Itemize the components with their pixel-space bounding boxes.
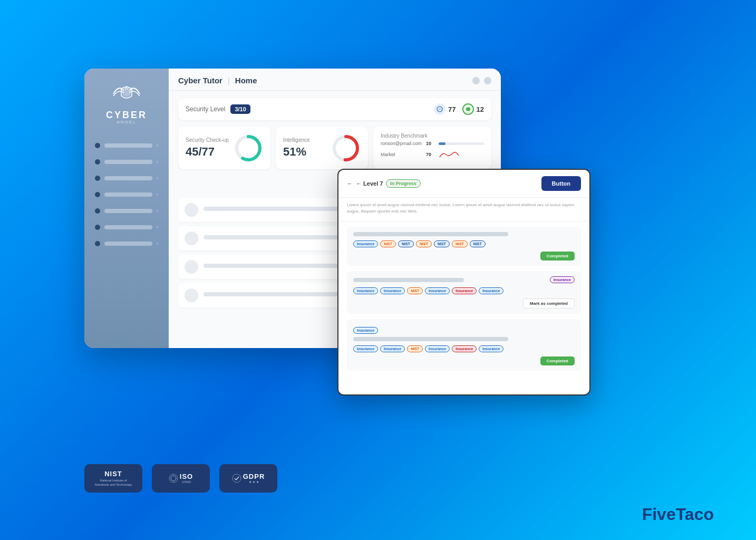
tags-row-3: Insurance Insurance NIST Insurance Insur…: [353, 345, 575, 352]
tag-insurance-red: Insurance: [452, 345, 477, 352]
tag-insurance-b: Insurance: [380, 345, 405, 352]
sidebar-item-label: [104, 176, 152, 180]
sidebar-item-settings[interactable]: ›: [91, 237, 162, 249]
header-insurance-tag: Insurance: [353, 327, 378, 334]
cert-badge-iso: ISO 27000: [152, 464, 210, 493]
sidebar-item-benchmark[interactable]: ›: [91, 221, 162, 233]
logo-text-angel: ANGEL: [117, 120, 136, 124]
sidebar-item-reports[interactable]: ›: [91, 172, 162, 184]
level-panel-header: ← ← Level 7 In Progress Button: [338, 170, 589, 198]
gdpr-title: GDPR: [243, 472, 265, 480]
nist-title: NIST: [104, 470, 122, 478]
chevron-right-icon: ›: [157, 224, 158, 230]
benchmark-label: Industry Benchmark: [381, 133, 428, 139]
sidebar-item-label: [104, 160, 152, 164]
level-items-list: Insurance NIST NIST NIST NIST NIST NIST …: [338, 221, 589, 388]
security-check-label: Security Check-up: [186, 137, 229, 143]
tag-insurance-3: Insurance: [425, 287, 450, 294]
level-item-header-2: Insurance: [353, 276, 575, 283]
nav-dot: [95, 225, 100, 230]
tag-insurance-a: Insurance: [353, 345, 378, 352]
level-item-title: [353, 337, 508, 341]
score-item-12: 12: [462, 103, 484, 115]
level-title: ← Level 7: [356, 180, 383, 187]
nav-dot: [95, 208, 100, 214]
bench-bar-wrap: [439, 142, 484, 145]
sidebar-logo: CYBER ANGEL: [106, 79, 147, 124]
tag-insurance-c: Insurance: [425, 345, 450, 352]
nav-dot: [95, 176, 100, 181]
chevron-right-icon: ›: [157, 240, 158, 246]
benchmark-row-1: ronson@pmail.com 10: [381, 141, 484, 146]
svg-point-5: [169, 474, 178, 483]
level-back-button[interactable]: ← ← Level 7 In Progress: [347, 179, 421, 188]
bench-market: Market: [381, 152, 423, 157]
tag-nist-5: NIST: [452, 240, 468, 247]
breadcrumb: Cyber Tutor | Home: [178, 76, 257, 85]
sidebar-item-intelligence[interactable]: ›: [91, 205, 162, 217]
chart-icon: [437, 106, 443, 112]
sidebar-item-dashboard[interactable]: ›: [91, 139, 162, 151]
sidebar-item-training[interactable]: ›: [91, 156, 162, 168]
score-icon-blue: [434, 103, 445, 115]
svg-point-7: [232, 474, 241, 483]
chevron-right-icon: ›: [157, 159, 158, 165]
tag-insurance-4: Insurance: [479, 287, 503, 294]
tag-insurance: Insurance: [353, 240, 378, 247]
benchmark-row-2: Market 70: [381, 149, 484, 160]
benchmark-rows: ronson@pmail.com 10 Market 70: [381, 141, 484, 163]
breadcrumb-app: Cyber Tutor: [178, 76, 222, 85]
level-item-2: Insurance Insurance Insurance NIST Insur…: [347, 271, 581, 314]
back-arrow-icon: ←: [347, 180, 353, 187]
tag-nist-2: NIST: [398, 240, 414, 247]
intelligence-value: 51%: [283, 145, 310, 159]
sparkline-icon: [439, 149, 460, 160]
tag-nist: NIST: [407, 287, 423, 294]
security-check-value: 45/77: [186, 145, 229, 159]
level-item-title: [353, 232, 508, 236]
bench-bar-fill: [439, 142, 445, 145]
iso-title: ISO: [180, 472, 193, 480]
shield-icon: [466, 107, 471, 112]
security-check-info: Security Check-up 45/77: [186, 137, 229, 159]
sidebar-item-threats[interactable]: ›: [91, 188, 162, 200]
tag-insurance-2: Insurance: [380, 287, 405, 294]
maximize-button[interactable]: [484, 77, 491, 84]
security-badge: 3/10: [230, 104, 250, 114]
intelligence-card: Intelligence 51%: [276, 127, 368, 169]
completed-button-1[interactable]: Completed: [540, 252, 575, 261]
security-check-chart: [234, 133, 263, 163]
insurance-side-tag: Insurance: [550, 276, 575, 283]
score-value-77: 77: [448, 105, 455, 113]
intelligence-chart: [331, 133, 361, 163]
logo-text-cyber: CYBER: [106, 110, 147, 120]
donut-chart-teal: [234, 133, 263, 163]
cert-badge-nist: NIST National Institute ofStandards and …: [84, 464, 142, 493]
nav-dot: [95, 143, 100, 148]
sidebar-item-label: [104, 242, 152, 246]
score-icon-green: [462, 103, 474, 115]
level-item-footer-2: Mark as completed: [353, 298, 575, 308]
level-description: Lorem ipsum et amet augue uismod eleifen…: [338, 198, 589, 221]
badges-row: NIST National Institute ofStandards and …: [84, 464, 277, 493]
completed-button-3[interactable]: Completed: [540, 356, 575, 365]
minimize-button[interactable]: [472, 77, 480, 84]
bench-score-1: 10: [426, 141, 435, 146]
bench-email: ronson@pmail.com: [381, 141, 423, 146]
nav-dot: [95, 241, 100, 246]
chevron-right-icon: ›: [157, 191, 158, 197]
tag-insurance-1: Insurance: [353, 287, 378, 294]
level-item-footer-1: Completed: [353, 252, 575, 261]
mark-completed-button[interactable]: Mark as completed: [523, 298, 575, 308]
tag-nist-3: NIST: [416, 240, 432, 247]
tag-insurance-red: Insurance: [452, 287, 477, 294]
nist-subtitle: National Institute ofStandards and Techn…: [95, 479, 132, 487]
sidebar-item-label: [104, 209, 152, 213]
tag-nist-1: NIST: [380, 240, 396, 247]
iso-subtitle: 27000: [180, 480, 193, 485]
cert-badge-gdpr: GDPR ★ ★ ★: [219, 464, 277, 493]
score-item-77: 77: [434, 103, 455, 115]
list-item-icon: [185, 260, 198, 274]
level-panel: ← ← Level 7 In Progress Button Lorem ips…: [337, 169, 590, 396]
level-action-button[interactable]: Button: [541, 176, 581, 191]
